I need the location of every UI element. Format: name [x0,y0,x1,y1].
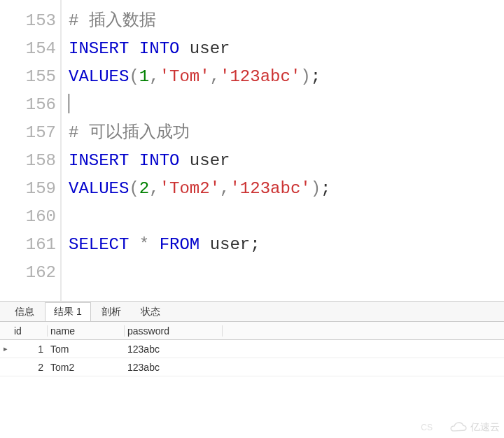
line-number: 156 [0,91,56,119]
code-token: '123abc' [220,67,300,86]
code-line[interactable] [69,259,504,287]
code-token: ) [311,179,321,198]
code-editor[interactable]: 152153154155156157158159160161162 # 插入数据… [0,0,504,301]
watermark: CS 亿速云 [421,421,500,434]
code-token [179,151,189,170]
col-header-id[interactable]: id [11,325,48,337]
code-token: * [139,235,149,254]
code-token: VALUES [69,179,129,198]
tab-info[interactable]: 信息 [6,302,43,321]
code-token: , [220,179,230,198]
line-number: 159 [0,175,56,203]
code-area[interactable]: # 插入数据INSERT INTO userVALUES(1,'Tom','12… [60,0,504,301]
code-token [129,151,139,170]
col-header-password[interactable]: password [125,325,223,337]
code-token: INSERT [69,39,129,58]
line-number: 157 [0,119,56,147]
code-token: 'Tom2' [160,179,220,198]
code-token: # 插入数据 [69,11,156,30]
cell-name[interactable]: Tom2 [48,362,125,373]
watermark-brand: 亿速云 [470,421,500,434]
code-token: VALUES [69,67,129,86]
line-number: 162 [0,259,56,287]
code-token: ) [300,67,310,86]
code-token: 2 [139,179,149,198]
code-token: ( [129,67,139,86]
code-token: , [210,67,220,86]
tab-result-1[interactable]: 结果 1 [45,302,91,321]
results-tabs: 信息 结果 1 剖析 状态 [0,302,504,321]
code-token [129,235,139,254]
code-token: ; [311,67,321,86]
code-token [179,39,189,58]
code-token: ( [129,179,139,198]
code-line[interactable]: VALUES(1,'Tom','123abc'); [69,63,504,91]
code-line[interactable]: INSERT INTO user [69,35,504,63]
code-token: 'Tom' [160,67,210,86]
code-token [129,39,139,58]
code-token: ; [321,179,330,198]
code-token: user [190,151,230,170]
code-token: INSERT [69,151,129,170]
code-token [149,235,159,254]
tab-status[interactable]: 状态 [132,302,169,321]
cell-id[interactable]: 2 [11,362,48,373]
code-token: user [190,39,230,58]
line-gutter: 152153154155156157158159160161162 [0,0,60,301]
watermark-cs: CS [421,423,433,432]
text-caret [69,94,69,113]
code-line[interactable]: SELECT * FROM user; [69,231,504,259]
line-number: 153 [0,7,56,35]
code-line[interactable]: VALUES(2,'Tom2','123abc'); [69,175,504,203]
col-header-name[interactable]: name [48,325,125,337]
code-token: , [149,179,159,198]
code-line[interactable] [69,203,504,231]
table-row[interactable]: 2Tom2123abc [0,358,504,376]
results-panel: 信息 结果 1 剖析 状态 id name password ▸1Tom123a… [0,301,504,376]
results-grid[interactable]: id name password ▸1Tom123abc2Tom2123abc [0,321,504,376]
cell-name[interactable]: Tom [48,344,125,355]
cell-id[interactable]: 1 [11,344,48,355]
code-token: INTO [139,151,180,170]
table-row[interactable]: ▸1Tom123abc [0,340,504,358]
line-number: 158 [0,147,56,175]
code-line[interactable] [69,0,504,7]
code-line[interactable]: INSERT INTO user [69,147,504,175]
cell-password[interactable]: 123abc [125,344,223,355]
code-token: SELECT [69,235,129,254]
code-token: # 可以插入成功 [69,123,190,142]
code-token: , [149,67,159,86]
cloud-icon [448,421,468,434]
code-token: FROM [160,235,200,254]
line-number: 160 [0,203,56,231]
code-token: user [210,235,251,254]
code-token: INTO [139,39,180,58]
line-number: 154 [0,35,56,63]
cell-password[interactable]: 123abc [125,362,223,373]
code-token [200,235,209,254]
code-line[interactable]: # 可以插入成功 [69,119,504,147]
code-token: '123abc' [230,179,310,198]
line-number: 155 [0,63,56,91]
grid-header: id name password [0,322,504,340]
code-token: ; [250,235,260,254]
code-line[interactable] [69,91,504,119]
tab-profile[interactable]: 剖析 [92,302,130,321]
code-token: 1 [139,67,149,86]
code-line[interactable]: # 插入数据 [69,7,504,35]
line-number: 161 [0,231,56,259]
row-handle[interactable]: ▸ [0,344,11,353]
